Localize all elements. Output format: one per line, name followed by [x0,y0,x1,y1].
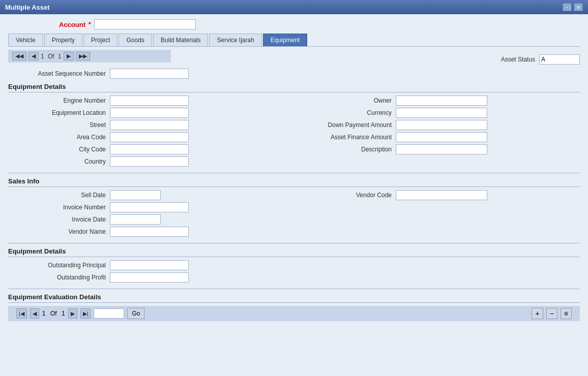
vendor-code-input[interactable] [396,190,487,200]
street-row: Street [8,120,294,130]
vendor-code-label: Vendor Code [294,192,396,199]
vendor-name-row: Vendor Name [8,227,294,237]
section-divider-3 [8,289,580,289]
invoice-number-row: Invoice Number [8,202,294,212]
sales-info-form: Sell Date Invoice Number Invoice Date Ve… [8,190,580,239]
invoice-date-row: Invoice Date [8,214,294,225]
prev-record-btn[interactable]: ◀ [28,52,39,60]
eval-page-current: 1 [42,310,46,317]
down-payment-input[interactable] [396,120,487,130]
sell-date-input[interactable] [110,190,161,200]
equipment-evaluation-heading: Equipment Evaluation Details [8,293,580,303]
vendor-name-input[interactable] [110,227,189,237]
asset-status-label: Asset Status [501,56,535,63]
country-label: Country [8,158,110,165]
outstanding-profit-input[interactable] [110,272,189,283]
minimize-button[interactable]: − [563,3,572,11]
tab-project[interactable]: Project [83,34,117,46]
invoice-date-label: Invoice Date [8,216,110,223]
asset-finance-input[interactable] [396,132,487,142]
sales-left-col: Sell Date Invoice Number Invoice Date Ve… [8,190,294,239]
tab-service-ijarah[interactable]: Service Ijarah [209,34,261,46]
sales-info-heading: Sales Info [8,177,580,187]
down-payment-label: Down Payment Amount [294,121,396,129]
section-divider-1 [8,173,580,173]
last-record-btn[interactable]: ▶▶ [76,52,90,60]
outstanding-principal-input[interactable] [110,260,189,270]
eval-list-button[interactable]: ≡ [561,308,572,319]
engine-number-label: Engine Number [8,97,110,104]
page-total: 1 [58,53,62,60]
equipment-left-col: Engine Number Equipment Location Street … [8,96,294,169]
area-code-label: Area Code [8,134,110,141]
tab-build-materials[interactable]: Build Materials [153,34,209,46]
tab-bar: Vehicle Property Project Goods Build Mat… [8,34,580,47]
vendor-code-row: Vendor Code [294,190,580,200]
asset-sequence-label: Asset Sequence Number [8,70,110,77]
tab-vehicle[interactable]: Vehicle [8,34,43,46]
eval-last-btn[interactable]: ▶| [80,308,91,319]
engine-number-row: Engine Number [8,96,294,106]
window-title: Multiple Asset [5,4,50,11]
invoice-number-label: Invoice Number [8,204,110,211]
tab-equipment[interactable]: Equipment [263,34,307,46]
country-input[interactable] [110,156,189,167]
currency-input[interactable] [396,108,487,118]
first-record-btn[interactable]: ◀◀ [12,52,26,60]
owner-input[interactable] [396,96,487,106]
required-marker: * [89,21,91,28]
eval-add-button[interactable]: + [532,308,543,319]
street-input[interactable] [110,120,189,130]
tab-goods[interactable]: Goods [119,34,152,46]
equipment-details-2-form: Outstanding Principal Outstanding Profit [8,260,580,285]
account-input[interactable] [94,19,196,29]
sell-date-row: Sell Date [8,190,294,200]
main-content: Account * Vehicle Property Project Goods… [0,14,588,376]
invoice-date-input[interactable] [110,214,161,225]
eval-page-total: 1 [62,310,65,317]
eval-prev-btn[interactable]: ◀ [30,308,39,319]
page-of: Of [46,53,56,60]
country-row: Country [8,156,294,167]
description-input[interactable] [396,144,487,154]
eval-remove-button[interactable]: − [546,308,557,319]
window: Multiple Asset − ✕ Account * Vehicle Pro… [0,0,588,376]
equip2-right-col [294,260,580,285]
title-bar: Multiple Asset − ✕ [0,0,588,14]
city-code-label: City Code [8,146,110,153]
eval-first-btn[interactable]: |◀ [16,308,27,319]
sell-date-label: Sell Date [8,192,110,199]
eval-next-btn[interactable]: ▶ [68,308,77,319]
outstanding-profit-label: Outstanding Profit [8,274,110,281]
eval-go-button[interactable]: Go [127,308,144,319]
tab-property[interactable]: Property [44,34,82,46]
currency-label: Currency [294,109,396,116]
description-row: Description [294,144,580,154]
account-label: Account [59,21,85,28]
asset-status-input[interactable] [539,54,580,65]
close-button[interactable]: ✕ [574,3,583,11]
equipment-location-label: Equipment Location [8,109,110,116]
vendor-name-label: Vendor Name [8,228,110,235]
asset-finance-label: Asset Finance Amount [294,134,396,141]
equipment-details-heading: Equipment Details [8,83,580,92]
asset-sequence-row: Asset Sequence Number [8,69,580,79]
city-code-input[interactable] [110,144,189,154]
record-pagination: ◀◀ ◀ 1 Of 1 ▶ ▶▶ [8,50,171,62]
invoice-number-input[interactable] [110,202,189,212]
area-code-input[interactable] [110,132,189,142]
asset-finance-row: Asset Finance Amount [294,132,580,142]
equip2-left-col: Outstanding Principal Outstanding Profit [8,260,294,285]
city-code-row: City Code [8,144,294,154]
down-payment-row: Down Payment Amount [294,120,580,130]
asset-sequence-input[interactable] [110,69,189,79]
outstanding-profit-row: Outstanding Profit [8,272,294,283]
outstanding-principal-row: Outstanding Principal [8,260,294,270]
engine-number-input[interactable] [110,96,189,106]
equipment-location-input[interactable] [110,108,189,118]
owner-label: Owner [294,97,396,104]
eval-goto-input[interactable] [94,308,124,319]
area-code-row: Area Code [8,132,294,142]
next-record-btn[interactable]: ▶ [64,52,74,60]
street-label: Street [8,121,110,129]
